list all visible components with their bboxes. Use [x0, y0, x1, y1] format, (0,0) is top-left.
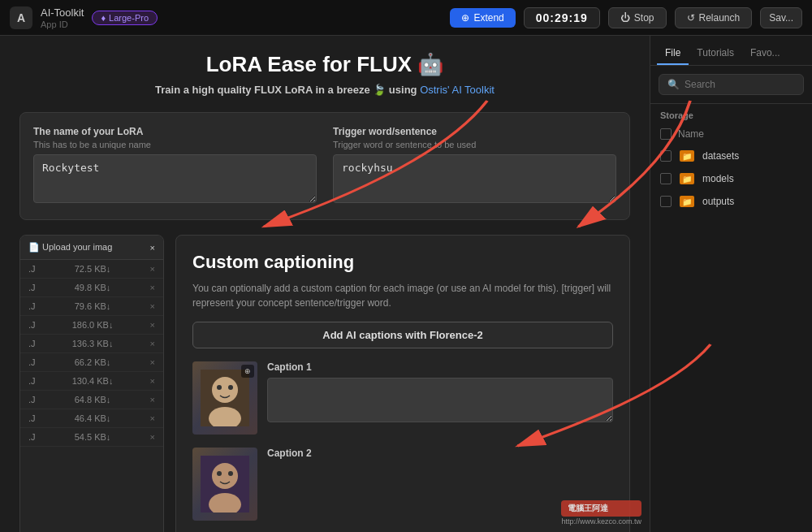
- app-id-label: App ID: [41, 19, 84, 29]
- file-close-button[interactable]: ×: [150, 376, 155, 386]
- ai-caption-button[interactable]: Add AI captions with Florence-2: [192, 322, 613, 348]
- stop-button[interactable]: ⏻ Stop: [608, 7, 667, 28]
- timer-display: 00:29:19: [524, 7, 600, 28]
- save-button[interactable]: Sav...: [760, 7, 802, 28]
- file-list: .J 72.5 KB↓ × .J 49.8 KB↓ × .J 79.6 KB↓ …: [20, 260, 163, 447]
- file-size: 46.4 KB↓: [75, 413, 111, 423]
- list-item: .J 46.4 KB↓ ×: [20, 409, 163, 428]
- file-close-button[interactable]: ×: [150, 432, 155, 442]
- file-panel: 📄 Upload your imag × .J 72.5 KB↓ × .J 49…: [19, 235, 164, 532]
- file-close-button[interactable]: ×: [150, 301, 155, 311]
- trigger-field: Trigger word/sentence Trigger word or se…: [333, 126, 616, 206]
- storage-folder-item[interactable]: 📁 models: [650, 167, 812, 190]
- file-name: .J: [28, 432, 36, 442]
- svg-point-1: [212, 377, 238, 403]
- extend-button[interactable]: ⊕ Extend: [450, 8, 515, 28]
- caption-item-2: Caption 2: [192, 448, 613, 521]
- caption-desc: You can optionally add a custom caption …: [192, 281, 613, 310]
- page-subtitle: Train a high quality FLUX LoRA in a bree…: [19, 84, 630, 96]
- caption-thumb-1: ⊕: [192, 361, 257, 435]
- file-close-button[interactable]: ×: [150, 413, 155, 423]
- file-panel-title: 📄 Upload your imag: [28, 242, 112, 253]
- file-size: 64.8 KB↓: [75, 395, 111, 404]
- folder-icon: 📁: [680, 196, 694, 207]
- folder-checkbox[interactable]: [660, 150, 672, 162]
- file-size: 79.6 KB↓: [75, 301, 111, 311]
- tab-favorites[interactable]: Favo...: [742, 42, 788, 65]
- folder-name: datasets: [702, 150, 739, 162]
- stop-icon: ⏻: [620, 12, 630, 24]
- file-name: .J: [28, 395, 36, 404]
- svg-point-4: [228, 385, 233, 390]
- app-name: AI-Toolkit: [41, 6, 84, 19]
- folder-checkbox[interactable]: [660, 173, 672, 184]
- list-item: .J 66.2 KB↓ ×: [20, 353, 163, 372]
- extend-icon: ⊕: [461, 12, 469, 24]
- file-panel-header: 📄 Upload your imag ×: [20, 236, 163, 260]
- search-input-wrap: 🔍: [659, 74, 804, 95]
- file-name: .J: [28, 264, 36, 274]
- name-column-header: Name: [678, 128, 704, 140]
- caption-1-label: Caption 1: [267, 361, 613, 373]
- file-panel-close[interactable]: ×: [150, 243, 155, 253]
- file-name: .J: [28, 320, 36, 330]
- app-logo: A: [10, 6, 32, 29]
- list-item: .J 72.5 KB↓ ×: [20, 260, 163, 279]
- svg-point-9: [228, 471, 233, 476]
- tab-tutorials[interactable]: Tutorials: [689, 42, 742, 65]
- file-size: 72.5 KB↓: [75, 264, 111, 274]
- storage-header: Name: [650, 123, 812, 145]
- sidebar-tabs: File Tutorials Favo...: [650, 36, 812, 66]
- lora-name-input[interactable]: [33, 154, 317, 203]
- file-size: 130.4 KB↓: [72, 376, 114, 386]
- caption-thumb-2: [192, 448, 257, 521]
- lora-name-label: The name of your LoRA: [33, 126, 317, 137]
- caption-panel: Custom captioning You can optionally add…: [175, 235, 630, 532]
- bottom-section: 📄 Upload your imag × .J 72.5 KB↓ × .J 49…: [19, 235, 630, 532]
- main-wrapper: LoRA Ease for FLUX 🤖 Train a high qualit…: [0, 36, 812, 532]
- list-item: .J 54.5 KB↓ ×: [20, 428, 163, 447]
- storage-label: Storage: [650, 104, 812, 123]
- search-input[interactable]: [685, 79, 795, 90]
- file-name: .J: [28, 376, 36, 386]
- trigger-hint: Trigger word or sentence to be used: [333, 140, 616, 149]
- form-grid: The name of your LoRA This has to be a u…: [33, 126, 616, 206]
- file-close-button[interactable]: ×: [150, 320, 155, 330]
- left-content: LoRA Ease for FLUX 🤖 Train a high qualit…: [0, 36, 650, 532]
- list-item: .J 49.8 KB↓ ×: [20, 279, 163, 297]
- file-close-button[interactable]: ×: [150, 357, 155, 367]
- list-item: .J 130.4 KB↓ ×: [20, 372, 163, 391]
- search-icon: 🔍: [667, 79, 680, 90]
- folder-icon: 📁: [680, 150, 694, 162]
- file-close-button[interactable]: ×: [150, 339, 155, 348]
- select-all-checkbox[interactable]: [660, 128, 672, 140]
- thumb-icon-1: ⊕: [241, 365, 254, 378]
- caption-1-input[interactable]: [267, 378, 613, 422]
- tab-file[interactable]: File: [657, 42, 689, 65]
- trigger-input[interactable]: [333, 154, 616, 203]
- relaunch-button[interactable]: ↺ Relaunch: [675, 7, 753, 28]
- list-item: .J 186.0 KB↓ ×: [20, 316, 163, 335]
- page-title: LoRA Ease for FLUX 🤖: [19, 52, 630, 77]
- svg-point-8: [217, 471, 222, 476]
- toolkit-link[interactable]: Ostris' AI Toolkit: [420, 84, 495, 96]
- folder-name: models: [702, 173, 734, 184]
- storage-folder-item[interactable]: 📁 datasets: [650, 145, 812, 167]
- file-size: 54.5 KB↓: [75, 432, 111, 442]
- file-close-button[interactable]: ×: [150, 395, 155, 404]
- topbar: A AI-Toolkit App ID ♦ Large-Pro ⊕ Extend…: [0, 0, 812, 36]
- file-size: 186.0 KB↓: [72, 320, 114, 330]
- file-close-button[interactable]: ×: [150, 283, 155, 292]
- file-name: .J: [28, 283, 36, 292]
- list-item: .J 79.6 KB↓ ×: [20, 297, 163, 316]
- file-close-button[interactable]: ×: [150, 264, 155, 274]
- file-name: .J: [28, 339, 36, 348]
- folder-name: outputs: [702, 196, 734, 207]
- lora-name-field: The name of your LoRA This has to be a u…: [33, 126, 317, 206]
- storage-folder-item[interactable]: 📁 outputs: [650, 190, 812, 213]
- caption-item-1: ⊕ Caption 1: [192, 361, 613, 435]
- relaunch-icon: ↺: [687, 12, 695, 24]
- folder-checkbox[interactable]: [660, 196, 672, 207]
- folder-icon: 📁: [680, 173, 694, 184]
- svg-point-3: [217, 385, 222, 390]
